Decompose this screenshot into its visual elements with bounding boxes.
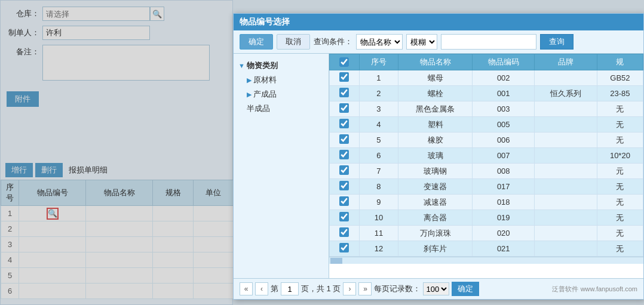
query-button[interactable]: 查询 bbox=[540, 34, 574, 50]
tree-node-finished[interactable]: ▶ 产成品 bbox=[246, 87, 325, 101]
table-row: 10 离合器 019 无 bbox=[330, 210, 643, 226]
tree-node-raw[interactable]: ▶ 原材料 bbox=[246, 73, 325, 87]
table-row: 3 黑色金属条 003 无 bbox=[330, 101, 643, 117]
cell-spec: 无 bbox=[597, 133, 643, 148]
cell-name: 离合器 bbox=[398, 210, 472, 226]
cell-spec: 23-85 bbox=[597, 86, 643, 101]
cell-code: 008 bbox=[473, 164, 535, 179]
tree-children: ▶ 原材料 ▶ 产成品 半成品 bbox=[237, 73, 325, 116]
cell-code: 005 bbox=[473, 117, 535, 133]
cell-brand bbox=[535, 101, 597, 117]
cell-code: 018 bbox=[473, 195, 535, 210]
cell-spec: 元 bbox=[597, 164, 643, 179]
row-checkbox[interactable] bbox=[339, 181, 349, 190]
cell-code: 020 bbox=[473, 226, 535, 241]
row-checkbox[interactable] bbox=[339, 119, 349, 128]
data-panel: 序号 物品名称 物品编码 品牌 规 1 螺母 002 GB52 2 螺栓 001 bbox=[329, 54, 643, 278]
cell-brand bbox=[535, 117, 597, 133]
page-size-select[interactable]: 100 50 200 bbox=[423, 282, 449, 295]
query-label: 查询条件： bbox=[314, 36, 352, 47]
select-all-checkbox[interactable] bbox=[339, 57, 349, 67]
tree-node-semi[interactable]: 半成品 bbox=[246, 101, 325, 116]
cell-spec: 无 bbox=[597, 195, 643, 210]
next-page-button[interactable]: › bbox=[343, 282, 356, 295]
query-field-select[interactable]: 物品名称 物品编号 品牌 bbox=[356, 34, 403, 50]
cell-brand: 恒久系列 bbox=[535, 86, 597, 101]
th-brand: 品牌 bbox=[535, 54, 597, 70]
modal-confirm-button[interactable]: 确定 bbox=[240, 34, 273, 50]
cell-name: 黑色金属条 bbox=[398, 101, 472, 117]
page-total-label: 页，共 1 页 bbox=[301, 284, 341, 294]
cell-code: 019 bbox=[473, 210, 535, 226]
modal-body: ▼ 物资类别 ▶ 原材料 ▶ 产成品 半成品 bbox=[234, 54, 643, 278]
cell-code: 002 bbox=[473, 70, 535, 86]
table-row: 4 塑料 005 无 bbox=[330, 117, 643, 133]
cell-num: 7 bbox=[359, 164, 398, 179]
cell-num: 2 bbox=[359, 86, 398, 101]
row-checkbox[interactable] bbox=[339, 72, 349, 82]
tree-arrow-icon: ▼ bbox=[238, 62, 245, 69]
th-checkbox bbox=[330, 54, 360, 70]
last-page-button[interactable]: » bbox=[358, 282, 372, 295]
row-checkbox[interactable] bbox=[339, 243, 349, 252]
cell-code: 017 bbox=[473, 179, 535, 195]
table-row: 1 螺母 002 GB52 bbox=[330, 70, 643, 86]
cell-spec: 无 bbox=[597, 226, 643, 241]
tree-node-label: 产成品 bbox=[253, 89, 277, 100]
row-checkbox[interactable] bbox=[339, 212, 349, 221]
cell-brand bbox=[535, 70, 597, 86]
cell-name: 螺母 bbox=[398, 70, 472, 86]
cell-brand bbox=[535, 195, 597, 210]
query-type-select[interactable]: 模糊 精确 bbox=[406, 34, 437, 50]
tree-root-label: 物资类别 bbox=[247, 60, 278, 71]
cell-num: 11 bbox=[359, 226, 398, 241]
cell-name: 橡胶 bbox=[398, 133, 472, 148]
row-checkbox[interactable] bbox=[339, 134, 349, 144]
cell-name: 变速器 bbox=[398, 179, 472, 195]
cell-num: 6 bbox=[359, 148, 398, 164]
cell-code: 001 bbox=[473, 86, 535, 101]
row-checkbox[interactable] bbox=[339, 196, 349, 206]
horizontal-scrollbar[interactable] bbox=[329, 257, 643, 264]
prev-page-button[interactable]: ‹ bbox=[255, 282, 268, 295]
th-name: 物品名称 bbox=[398, 54, 472, 70]
first-page-button[interactable]: « bbox=[240, 282, 253, 295]
cell-name: 玻璃钢 bbox=[398, 164, 472, 179]
cell-name: 刹车片 bbox=[398, 241, 472, 257]
row-checkbox[interactable] bbox=[339, 103, 349, 113]
cell-num: 8 bbox=[359, 179, 398, 195]
modal-cancel-button[interactable]: 取消 bbox=[277, 34, 310, 50]
page-number-input[interactable] bbox=[281, 282, 299, 295]
page-prefix-label: 第 bbox=[271, 284, 278, 294]
cell-num: 1 bbox=[359, 70, 398, 86]
cell-spec: 无 bbox=[597, 117, 643, 133]
cell-brand bbox=[535, 133, 597, 148]
cell-brand bbox=[535, 164, 597, 179]
cell-code: 006 bbox=[473, 133, 535, 148]
tree-node-label: 半成品 bbox=[247, 103, 270, 114]
cell-code: 007 bbox=[473, 148, 535, 164]
cell-num: 4 bbox=[359, 117, 398, 133]
page-confirm-button[interactable]: 确定 bbox=[452, 282, 479, 296]
tree-arrow-icon: ▶ bbox=[247, 91, 252, 98]
cell-name: 减速器 bbox=[398, 195, 472, 210]
cell-spec: 无 bbox=[597, 210, 643, 226]
table-row: 7 玻璃钢 008 元 bbox=[330, 164, 643, 179]
scrollbar-thumb[interactable] bbox=[330, 258, 342, 264]
row-checkbox[interactable] bbox=[339, 150, 349, 159]
tree-root[interactable]: ▼ 物资类别 bbox=[237, 58, 325, 73]
tree-arrow-icon: ▶ bbox=[247, 76, 252, 84]
table-row: 2 螺栓 001 恒久系列 23-85 bbox=[330, 86, 643, 101]
row-checkbox[interactable] bbox=[339, 88, 349, 97]
cell-num: 9 bbox=[359, 195, 398, 210]
cell-num: 5 bbox=[359, 133, 398, 148]
cell-name: 塑料 bbox=[398, 117, 472, 133]
table-row: 5 橡胶 006 无 bbox=[330, 133, 643, 148]
table-row: 9 减速器 018 无 bbox=[330, 195, 643, 210]
row-checkbox[interactable] bbox=[339, 165, 349, 175]
cell-num: 10 bbox=[359, 210, 398, 226]
row-checkbox[interactable] bbox=[339, 227, 349, 237]
query-input[interactable] bbox=[441, 34, 536, 50]
tree-panel: ▼ 物资类别 ▶ 原材料 ▶ 产成品 半成品 bbox=[234, 54, 329, 278]
cell-spec: 无 bbox=[597, 179, 643, 195]
